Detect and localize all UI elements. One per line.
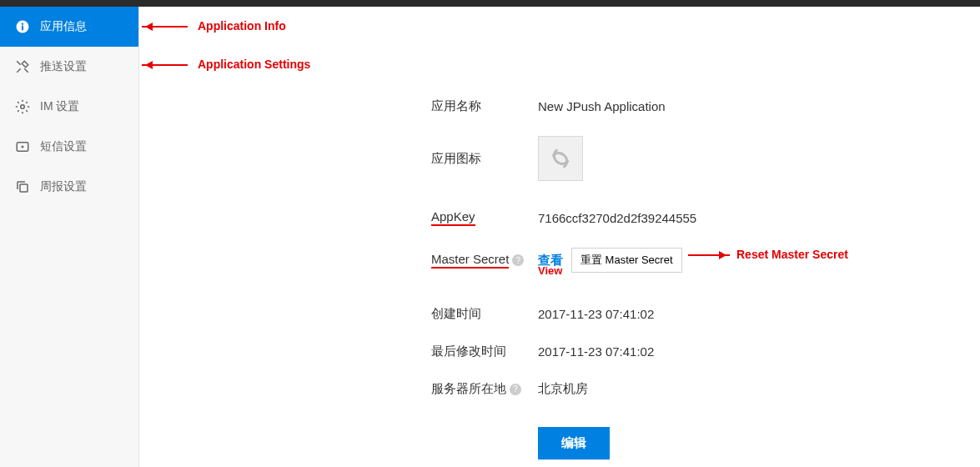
main-content: Application Info Application Settings 应用… bbox=[139, 7, 980, 467]
info-icon bbox=[15, 19, 30, 34]
help-icon[interactable]: ? bbox=[510, 384, 521, 395]
gear-icon bbox=[15, 99, 30, 114]
annotation-app-settings: Application Settings bbox=[198, 58, 310, 71]
sidebar-item-label: 推送设置 bbox=[40, 59, 87, 74]
top-bar bbox=[0, 0, 980, 7]
value-app-name: New JPush Application bbox=[538, 99, 666, 113]
edit-button[interactable]: 编辑 bbox=[538, 427, 610, 459]
sidebar: 应用信息 推送设置 IM 设置 短信设置 周报设置 bbox=[0, 7, 139, 467]
svg-point-5 bbox=[22, 146, 24, 148]
annotation-arrow bbox=[142, 64, 188, 66]
sidebar-item-label: IM 设置 bbox=[40, 99, 79, 114]
sidebar-item-label: 周报设置 bbox=[40, 179, 87, 194]
value-modified: 2017-11-23 07:41:02 bbox=[538, 344, 654, 359]
sidebar-item-label: 短信设置 bbox=[40, 139, 87, 154]
value-server-location: 北京机房 bbox=[538, 381, 588, 397]
value-appkey: 7166ccf3270d2d2f39244555 bbox=[538, 211, 696, 225]
svg-rect-2 bbox=[22, 26, 23, 31]
label-app-icon: 应用图标 bbox=[431, 151, 538, 167]
label-app-name: 应用名称 bbox=[431, 98, 538, 114]
annotation-arrow bbox=[142, 26, 188, 28]
copy-icon bbox=[15, 179, 30, 194]
svg-rect-6 bbox=[20, 184, 28, 192]
svg-point-1 bbox=[22, 23, 23, 24]
sidebar-item-sms-settings[interactable]: 短信设置 bbox=[0, 127, 138, 167]
sms-icon bbox=[15, 139, 30, 154]
reset-master-secret-button[interactable]: 重置 Master Secret bbox=[571, 248, 682, 273]
annotation-app-info: Application Info bbox=[198, 19, 286, 33]
sidebar-item-im-settings[interactable]: IM 设置 bbox=[0, 87, 138, 127]
value-created: 2017-11-23 07:41:02 bbox=[538, 307, 654, 321]
label-master-secret: Master Secret bbox=[431, 252, 509, 269]
help-icon[interactable]: ? bbox=[512, 254, 524, 266]
sidebar-item-push-settings[interactable]: 推送设置 bbox=[0, 47, 138, 87]
label-created: 创建时间 bbox=[431, 306, 538, 322]
annotation-reset-master-secret: Reset Master Secret bbox=[736, 248, 848, 261]
svg-point-3 bbox=[21, 105, 25, 109]
label-appkey: AppKey bbox=[431, 209, 475, 226]
label-modified: 最后修改时间 bbox=[431, 344, 538, 359]
sidebar-item-app-info[interactable]: 应用信息 bbox=[0, 7, 138, 47]
tools-icon bbox=[15, 59, 30, 74]
sidebar-item-label: 应用信息 bbox=[40, 19, 87, 34]
app-icon-placeholder bbox=[538, 136, 583, 181]
label-server-location: 服务器所在地 bbox=[431, 381, 506, 397]
annotation-view: View bbox=[538, 264, 562, 277]
annotation-arrow bbox=[688, 254, 730, 256]
sidebar-item-report-settings[interactable]: 周报设置 bbox=[0, 167, 138, 207]
